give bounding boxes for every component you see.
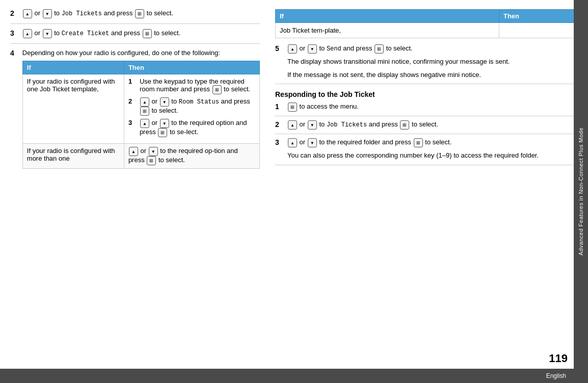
arrow-down-r2 <box>308 120 317 130</box>
arrow-up-row2 <box>129 147 138 156</box>
side-tab: Advanced Features in Non-Connect Plus Mo… <box>574 0 588 383</box>
respond-step-2-content: or to Job Tickets and press ⊞ to select. <box>287 120 578 130</box>
right-top-table: If Then Job Ticket tem-plate, <box>275 9 578 38</box>
respond-step-1-row: 1 ⊞ to access the menu. <box>275 103 578 112</box>
arrow-down-row2 <box>149 147 158 156</box>
ok-btn-icon-3: ⊞ <box>143 29 152 38</box>
table-cell-if-2: If your radio is configured with more th… <box>22 144 124 169</box>
step-4-content: Depending on how your radio is configure… <box>22 49 260 169</box>
step-3-mono: Create Ticket <box>62 30 110 37</box>
step-2-text: or to Job Tickets and press ⊞ to select. <box>22 9 173 17</box>
respond-step-3-row: 3 or to the required folder and press ⊞ … <box>275 138 578 161</box>
table-cell-then-1: 1 Use the keypad to type the required ro… <box>124 74 259 144</box>
respond-step-3-note: You can also press the corresponding num… <box>287 150 578 161</box>
respond-step-2-block: 2 or to Job Tickets and press ⊞ to selec… <box>275 120 578 134</box>
ok-btn-5: ⊞ <box>375 44 384 54</box>
ok-btn-sub2: ⊞ <box>140 107 149 116</box>
arrow-up-icon-3 <box>23 29 32 38</box>
step-5-row: 5 or to Send and press ⊞ to select. The … <box>275 44 578 80</box>
right-table-row-1: Job Ticket tem-plate, <box>276 23 578 38</box>
step-5-mono: Send <box>327 45 341 53</box>
step-5-note2: If the message is not sent, the display … <box>287 70 578 80</box>
arrow-down-sub3 <box>160 119 169 128</box>
arrow-up-5 <box>288 44 297 54</box>
respond-step-3-block: 3 or to the required folder and press ⊞ … <box>275 138 578 165</box>
respond-step-3-content: or to the required folder and press ⊞ to… <box>287 138 578 161</box>
step-3-content: or to Create Ticket and press ⊞ to selec… <box>22 29 180 38</box>
arrow-down-icon-3 <box>43 29 52 38</box>
ok-btn-r1: ⊞ <box>288 103 297 112</box>
sub-step-2: 2 or to Room Status and press ⊞ to selec… <box>128 97 255 116</box>
arrow-down-5 <box>308 44 317 54</box>
step-2-mono: Job Tickets <box>62 10 102 17</box>
step-5-content: or to Send and press ⊞ to select. The di… <box>287 44 578 80</box>
arrow-up-r3 <box>288 138 297 147</box>
respond-step-1-text: ⊞ to access the menu. <box>287 103 578 112</box>
arrow-up-sub3 <box>140 119 149 128</box>
respond-step-1-block: 1 ⊞ to access the menu. <box>275 103 578 116</box>
arrow-down-sub2 <box>160 97 169 107</box>
step-3-text: or to Create Ticket and press ⊞ to selec… <box>22 29 180 37</box>
step-2-block: 2 or to Job Tickets and press ⊞ to selec… <box>10 9 260 24</box>
step-5-number: 5 <box>275 44 283 53</box>
arrow-down-r3 <box>308 138 317 147</box>
respond-step-2-text: or to Job Tickets and press ⊞ to select. <box>287 120 578 130</box>
step-2-number: 2 <box>10 9 14 17</box>
step-5-text: or to Send and press ⊞ to select. <box>287 44 578 54</box>
step-4-table: If Then If your radio is configured with… <box>22 61 260 169</box>
arrow-up-icon <box>23 9 32 18</box>
arrow-up-sub2 <box>140 97 149 107</box>
respond-step-2-num: 2 <box>275 120 283 129</box>
responding-section: Responding to the Job Ticket 1 ⊞ to acce… <box>275 90 578 165</box>
table-header-then: Then <box>124 61 259 74</box>
step-3-block: 3 or to Create Ticket and press ⊞ to sel… <box>10 29 260 44</box>
ok-btn-row2: ⊞ <box>147 156 156 165</box>
section-heading: Responding to the Job Ticket <box>275 90 578 98</box>
step-5-note1: The display shows transitional mini noti… <box>287 57 578 67</box>
respond-step-3-num: 3 <box>275 138 283 146</box>
right-table-header-then: Then <box>499 10 577 23</box>
right-table-then-1 <box>499 23 577 38</box>
step-4-intro: Depending on how your radio is configure… <box>22 49 260 57</box>
step-r2-mono: Job Tickets <box>327 121 367 129</box>
table-cell-then-2: or to the required op-tion and press ⊞ t… <box>124 144 259 169</box>
table-cell-if-1: If your radio is configured with one Job… <box>22 74 124 144</box>
ok-btn-icon: ⊞ <box>135 9 144 18</box>
ok-btn-sub1: ⊞ <box>212 85 222 94</box>
arrow-down-icon <box>43 9 52 18</box>
table-header-if: If <box>22 61 124 74</box>
arrow-up-r2 <box>288 120 297 130</box>
ok-btn-r3: ⊞ <box>414 138 423 147</box>
respond-step-1-num: 1 <box>275 103 283 111</box>
step-4-number: 4 <box>10 49 14 57</box>
right-table-header-if: If <box>276 10 499 23</box>
table-row-1: If your radio is configured with one Job… <box>22 74 259 144</box>
step-3-number: 3 <box>10 29 14 37</box>
ok-btn-r2: ⊞ <box>400 120 409 130</box>
right-table-if-1: Job Ticket tem-plate, <box>276 23 499 38</box>
page-number: 119 <box>549 352 568 365</box>
respond-step-2-row: 2 or to Job Tickets and press ⊞ to selec… <box>275 120 578 130</box>
table-row-2: If your radio is configured with more th… <box>22 144 259 169</box>
right-column: If Then Job Ticket tem-plate, 5 <box>275 9 578 378</box>
bottom-bar-language: English <box>546 372 566 379</box>
step-5-block: 5 or to Send and press ⊞ to select. The … <box>275 44 578 84</box>
sub-step-1: 1 Use the keypad to type the required ro… <box>128 78 255 94</box>
respond-step-3-text: or to the required folder and press ⊞ to… <box>287 138 578 147</box>
left-column: 2 or to Job Tickets and press ⊞ to selec… <box>10 9 260 378</box>
side-tab-text: Advanced Features in Non-Connect Plus Mo… <box>578 127 584 256</box>
step-4-block: 4 Depending on how your radio is configu… <box>10 49 260 174</box>
bottom-bar: English <box>0 369 574 383</box>
sub-step-3: 3 or to the required option and press ⊞ … <box>128 119 255 137</box>
ok-btn-sub3: ⊞ <box>158 128 167 137</box>
right-top-table-container: If Then Job Ticket tem-plate, <box>275 9 578 38</box>
respond-step-1-content: ⊞ to access the menu. <box>287 103 578 112</box>
step-2-content: or to Job Tickets and press ⊞ to select. <box>22 9 173 18</box>
